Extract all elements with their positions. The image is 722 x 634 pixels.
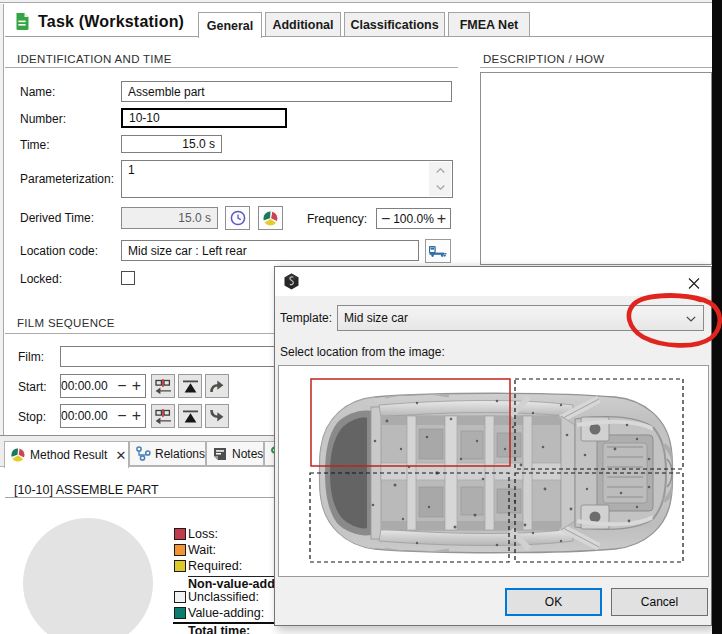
tab-general[interactable]: General [198,12,262,38]
legend-total-label: Total time: [188,624,250,634]
number-input[interactable]: 10-10 [121,108,287,128]
parameterization-label: Parameterization: [20,172,114,186]
section-description-rule [480,67,712,68]
tab-fmea-net[interactable]: FMEA Net [448,12,530,37]
time-input[interactable]: 15.0 s [121,135,222,153]
stop-minus-button[interactable]: − [115,408,126,424]
spinner-down-icon [436,185,445,190]
number-label: Number: [20,112,66,126]
stop-time-value: 00:00.00 [61,409,108,423]
frequency-minus-button[interactable]: − [377,211,390,227]
time-label: Time: [20,138,50,152]
start-set-from-film-button[interactable] [151,374,175,398]
location-code-label: Location code: [20,244,98,258]
select-location-prompt: Select location from the image: [280,345,445,359]
relations-icon [136,446,151,461]
film-frame-icon [155,379,171,394]
parameterization-spinner[interactable] [429,162,451,196]
cancel-button[interactable]: Cancel [611,588,708,616]
quadrant-left-front[interactable] [310,473,509,562]
method-pie-chart [23,518,153,634]
legend-value-adding-label: Value-adding: [188,606,264,620]
curved-arrow-down-icon [210,409,225,423]
method-result-pie-icon [10,447,26,463]
legend-wait-label: Wait: [188,543,216,557]
car-icon [429,246,447,257]
tab-additional[interactable]: Additional [265,12,341,37]
window-frame-left [0,4,4,436]
stop-time-stepper[interactable]: 00:00.00 − + [60,404,146,428]
window-frame-top [0,0,712,3]
film-frame-icon [155,409,171,424]
derived-time-clock-button[interactable] [225,206,250,230]
location-quadrants-overlay[interactable] [279,366,708,576]
legend-loss-swatch [174,528,186,540]
film-label: Film: [18,350,44,364]
derived-time-pie-button[interactable] [258,206,283,230]
notes-icon [213,447,227,461]
start-goto-marker-button[interactable] [178,374,202,398]
dialog-titlebar[interactable] [275,267,711,296]
tab-close-icon[interactable]: ✕ [115,448,126,463]
ok-button[interactable]: OK [505,588,602,616]
template-dropdown-value: Mid size car [338,311,408,325]
legend-required-swatch [174,560,186,572]
name-input[interactable]: Assemble part [121,81,452,102]
frequency-stepper[interactable]: − 100.0% + [376,208,451,229]
legend-loss-label: Loss: [188,527,218,541]
stop-label: Stop: [18,410,46,424]
goto-marker-icon [183,380,198,393]
parameterization-input[interactable]: 1 [121,160,453,198]
section-identification-rule [5,67,458,68]
quadrant-right-front[interactable] [515,473,683,562]
page-title: Task (Workstation) [38,13,184,31]
section-identification-title: IDENTIFICATION AND TIME [17,53,172,65]
stop-set-from-film-button[interactable] [151,404,175,428]
clock-icon [230,210,246,226]
start-time-value: 00:00.00 [61,379,108,393]
spinner-up-icon [436,168,445,173]
tab-classifications[interactable]: Classifications [344,12,445,37]
legend-value-adding-swatch [174,607,186,619]
locked-label: Locked: [20,272,62,286]
derived-time-label: Derived Time: [20,211,94,225]
quadrant-right-rear[interactable] [515,379,683,469]
dialog-close-button[interactable] [688,276,700,294]
tab-notes[interactable]: Notes [206,441,264,466]
start-time-stepper[interactable]: 00:00.00 − + [60,374,146,398]
stop-jump-button[interactable] [205,404,229,428]
result-heading: [10-10] ASSEMBLE PART [14,483,159,497]
task-document-icon [15,13,29,30]
frequency-plus-button[interactable]: + [437,211,450,227]
legend-required-label: Required: [188,559,242,573]
right-edge-strip [712,0,722,634]
close-icon [688,277,700,290]
locked-checkbox[interactable] [121,271,135,285]
section-film-title: FILM SEQUENCE [17,317,115,329]
location-dialog: Template: Mid size car Select location f… [274,266,712,626]
description-textarea[interactable] [480,72,712,265]
template-label: Template: [280,311,332,325]
frequency-label: Frequency: [307,212,367,226]
stop-plus-button[interactable]: + [127,408,145,424]
legend-wait-swatch [174,544,186,556]
name-label: Name: [20,85,55,99]
stop-goto-marker-button[interactable] [178,404,202,428]
template-dropdown[interactable]: Mid size car [337,305,704,331]
derived-time-input: 15.0 s [121,207,218,229]
section-description-title: DESCRIPTION / HOW [483,53,604,65]
dialog-app-icon [284,273,299,294]
legend-unclassified-swatch [174,591,186,603]
quadrant-left-rear-selected[interactable] [311,379,510,466]
frequency-value: 100.0% [390,212,436,226]
start-plus-button[interactable]: + [127,378,145,394]
location-picker-button[interactable] [425,239,451,263]
tab-relations[interactable]: Relations [129,441,206,466]
location-code-input[interactable]: Mid size car : Left rear [121,240,419,261]
chevron-down-icon [686,316,696,322]
goto-marker-icon [183,410,198,423]
start-minus-button[interactable]: − [115,378,126,394]
start-jump-button[interactable] [205,374,229,398]
location-image-panel[interactable] [278,365,709,577]
tab-method-result[interactable]: Method Result ✕ [4,441,129,468]
